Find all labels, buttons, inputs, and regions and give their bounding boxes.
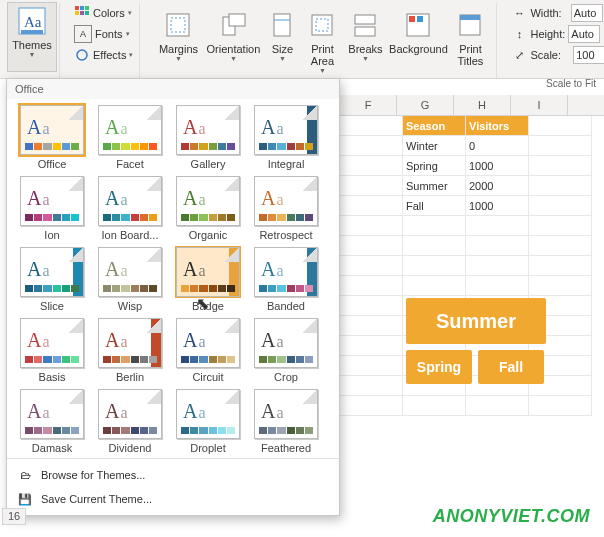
save-theme-button[interactable]: 💾Save Current Theme... xyxy=(7,487,339,511)
column-header[interactable]: G xyxy=(397,95,454,115)
cell[interactable] xyxy=(403,216,466,236)
theme-item-slice[interactable]: AaSlice xyxy=(15,247,89,312)
theme-item-retrospect[interactable]: AaRetrospect xyxy=(249,176,323,241)
cell[interactable] xyxy=(466,396,529,416)
cell[interactable] xyxy=(340,116,403,136)
cell[interactable]: Spring xyxy=(403,156,466,176)
cell[interactable] xyxy=(340,336,403,356)
cell[interactable] xyxy=(529,176,592,196)
cell[interactable] xyxy=(403,396,466,416)
svg-rect-10 xyxy=(167,14,189,36)
theme-item-badge[interactable]: AaBadge xyxy=(171,247,245,312)
fonts-button[interactable]: AFonts▾ xyxy=(74,24,133,44)
cell[interactable] xyxy=(340,316,403,336)
theme-item-droplet[interactable]: AaDroplet xyxy=(171,389,245,454)
column-header[interactable]: F xyxy=(340,95,397,115)
cell[interactable] xyxy=(340,136,403,156)
cell[interactable] xyxy=(529,396,592,416)
themes-label: Themes xyxy=(12,39,52,51)
column-header[interactable]: I xyxy=(511,95,568,115)
folder-icon: 🗁 xyxy=(17,467,33,483)
cell[interactable] xyxy=(529,216,592,236)
theme-item-ion-board-[interactable]: AaIon Board... xyxy=(93,176,167,241)
cell[interactable] xyxy=(529,156,592,176)
colors-button[interactable]: Colors▾ xyxy=(74,3,133,23)
theme-item-dividend[interactable]: AaDividend xyxy=(93,389,167,454)
height-value[interactable]: Auto xyxy=(568,25,600,43)
theme-item-gallery[interactable]: AaGallery xyxy=(171,105,245,170)
theme-item-wisp[interactable]: AaWisp xyxy=(93,247,167,312)
cell[interactable] xyxy=(529,196,592,216)
table-header-cell[interactable]: Season xyxy=(403,116,466,136)
theme-item-integral[interactable]: AaIntegral xyxy=(249,105,323,170)
theme-item-organic[interactable]: AaOrganic xyxy=(171,176,245,241)
scale-value[interactable]: 100 xyxy=(573,46,604,64)
theme-thumb: Aa xyxy=(20,389,84,439)
cell[interactable] xyxy=(340,176,403,196)
orientation-button[interactable]: Orientation▼ xyxy=(204,7,262,75)
theme-name: Integral xyxy=(250,158,322,170)
cell[interactable] xyxy=(466,236,529,256)
cell[interactable]: 2000 xyxy=(466,176,529,196)
theme-item-facet[interactable]: AaFacet xyxy=(93,105,167,170)
theme-item-banded[interactable]: AaBanded xyxy=(249,247,323,312)
theme-name: Ion xyxy=(16,229,88,241)
colors-icon xyxy=(74,5,90,21)
svg-rect-19 xyxy=(355,27,375,36)
theme-item-crop[interactable]: AaCrop xyxy=(249,318,323,383)
cell[interactable] xyxy=(466,216,529,236)
cell[interactable] xyxy=(529,256,592,276)
browse-themes-button[interactable]: 🗁Browse for Themes... xyxy=(7,463,339,487)
cell[interactable] xyxy=(340,296,403,316)
column-header[interactable]: H xyxy=(454,95,511,115)
cell[interactable] xyxy=(340,156,403,176)
cell[interactable]: 1000 xyxy=(466,156,529,176)
smartart[interactable]: Summer Spring Fall xyxy=(406,298,556,384)
cell[interactable] xyxy=(529,116,592,136)
cell[interactable] xyxy=(340,256,403,276)
svg-rect-16 xyxy=(312,15,332,35)
width-value[interactable]: Auto xyxy=(571,4,603,22)
cell[interactable]: 0 xyxy=(466,136,529,156)
theme-item-feathered[interactable]: AaFeathered xyxy=(249,389,323,454)
cell[interactable] xyxy=(466,276,529,296)
cell[interactable] xyxy=(340,396,403,416)
cell[interactable]: Fall xyxy=(403,196,466,216)
table-row: Spring1000 xyxy=(340,156,604,176)
themes-group: Aa Themes ▼ xyxy=(5,3,60,78)
theme-item-damask[interactable]: AaDamask xyxy=(15,389,89,454)
print-area-button[interactable]: Print Area▼ xyxy=(302,7,342,75)
cell[interactable] xyxy=(529,276,592,296)
cell[interactable] xyxy=(403,256,466,276)
cell[interactable] xyxy=(403,276,466,296)
theme-item-circuit[interactable]: AaCircuit xyxy=(171,318,245,383)
margins-button[interactable]: Margins▼ xyxy=(154,7,202,75)
svg-rect-21 xyxy=(409,16,415,22)
theme-item-ion[interactable]: AaIon xyxy=(15,176,89,241)
cell[interactable]: Summer xyxy=(403,176,466,196)
size-button[interactable]: Size▼ xyxy=(264,7,300,75)
cell[interactable] xyxy=(529,236,592,256)
colors-label: Colors xyxy=(93,7,125,19)
table-header-cell[interactable]: Visitors xyxy=(466,116,529,136)
cell[interactable]: Winter xyxy=(403,136,466,156)
cell[interactable] xyxy=(340,376,403,396)
background-button[interactable]: Background xyxy=(388,7,448,75)
theme-item-office[interactable]: AaOffice xyxy=(15,105,89,170)
cell[interactable] xyxy=(340,276,403,296)
cell[interactable] xyxy=(403,236,466,256)
effects-button[interactable]: Effects▾ xyxy=(74,45,133,65)
theme-item-basis[interactable]: AaBasis xyxy=(15,318,89,383)
print-titles-button[interactable]: Print Titles xyxy=(450,7,490,75)
cell[interactable] xyxy=(340,356,403,376)
cell[interactable] xyxy=(340,196,403,216)
cell[interactable] xyxy=(466,256,529,276)
theme-item-berlin[interactable]: AaBerlin xyxy=(93,318,167,383)
breaks-button[interactable]: Breaks▼ xyxy=(344,7,386,75)
cell[interactable]: 1000 xyxy=(466,196,529,216)
orientation-icon xyxy=(217,9,249,41)
cell[interactable] xyxy=(340,236,403,256)
cell[interactable] xyxy=(529,136,592,156)
cell[interactable] xyxy=(340,216,403,236)
themes-button[interactable]: Aa Themes ▼ xyxy=(8,3,56,71)
